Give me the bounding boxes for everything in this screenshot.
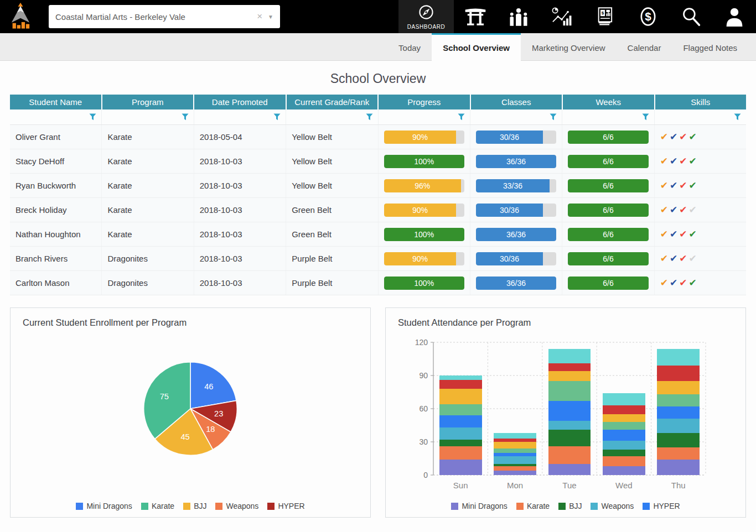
bar-segment[interactable] bbox=[548, 446, 591, 464]
bar-segment[interactable] bbox=[657, 433, 700, 447]
bar-segment[interactable] bbox=[548, 371, 591, 381]
bar-segment[interactable] bbox=[548, 430, 591, 446]
nav-school[interactable] bbox=[454, 0, 497, 33]
bar-segment[interactable] bbox=[657, 349, 700, 366]
table-row[interactable]: Carlton MasonDragonites2018-10-03Purple … bbox=[10, 271, 746, 295]
table-row[interactable]: Stacy DeHoffKarate2018-10-03Yellow Belt1… bbox=[10, 149, 746, 174]
bar-segment[interactable] bbox=[657, 394, 700, 406]
tab-today[interactable]: Today bbox=[387, 33, 432, 60]
nav-search[interactable] bbox=[670, 0, 713, 33]
bar-segment[interactable] bbox=[657, 366, 700, 381]
table-row[interactable]: Breck HolidayKarate2018-10-03Green Belt9… bbox=[10, 198, 746, 222]
tab-calendar[interactable]: Calendar bbox=[617, 33, 672, 60]
school-selector[interactable]: Coastal Martial Arts - Berkeley Vale × ▼ bbox=[49, 5, 280, 28]
nav-payments[interactable]: $ bbox=[626, 0, 670, 33]
bar-segment[interactable] bbox=[603, 414, 645, 422]
nav-reports[interactable] bbox=[540, 0, 583, 33]
bar-segment[interactable] bbox=[603, 393, 645, 405]
bar-segment[interactable] bbox=[657, 447, 700, 460]
app-logo[interactable] bbox=[0, 0, 41, 33]
bar-segment[interactable] bbox=[494, 439, 536, 442]
bar-segment[interactable] bbox=[494, 433, 536, 439]
column-header-skills[interactable]: Skills bbox=[655, 95, 747, 109]
bar-segment[interactable] bbox=[494, 466, 536, 471]
legend-item[interactable]: Weapons bbox=[215, 502, 258, 510]
column-header-program[interactable]: Program bbox=[102, 95, 194, 109]
bar-segment[interactable] bbox=[439, 460, 482, 475]
legend-item[interactable]: BJJ bbox=[558, 502, 582, 510]
nav-dashboard[interactable]: DASHBOARD bbox=[398, 0, 454, 33]
bar-segment[interactable] bbox=[548, 401, 591, 421]
legend-item[interactable]: HYPER bbox=[267, 502, 304, 510]
bar-segment[interactable] bbox=[603, 450, 645, 456]
clear-icon[interactable]: × bbox=[253, 11, 266, 22]
column-header-classes[interactable]: Classes bbox=[471, 95, 562, 109]
bar-segment[interactable] bbox=[439, 375, 482, 380]
legend-item[interactable]: HYPER bbox=[643, 502, 680, 510]
bar-segment[interactable] bbox=[548, 363, 591, 371]
filter-button[interactable] bbox=[642, 113, 649, 121]
legend-item[interactable]: BJJ bbox=[183, 502, 206, 510]
bar-segment[interactable] bbox=[494, 442, 536, 448]
cell-program: Karate bbox=[102, 125, 194, 149]
column-header-current-grade-rank[interactable]: Current Grade/Rank bbox=[287, 95, 378, 109]
nav-members[interactable] bbox=[497, 0, 540, 33]
bar-segment[interactable] bbox=[603, 405, 645, 414]
table-row[interactable]: Ryan BuckworthKarate2018-10-03Yellow Bel… bbox=[10, 174, 746, 198]
skill-check-icon: ✔ bbox=[660, 180, 668, 191]
bar-segment[interactable] bbox=[657, 460, 700, 475]
bar-segment[interactable] bbox=[494, 448, 536, 453]
column-header-date-promoted[interactable]: Date Promoted bbox=[194, 95, 286, 109]
bar-segment[interactable] bbox=[439, 440, 482, 446]
bar-segment[interactable] bbox=[494, 453, 536, 456]
bar-segment[interactable] bbox=[439, 415, 482, 427]
bar-segment[interactable] bbox=[603, 430, 645, 441]
bar-segment[interactable] bbox=[494, 456, 536, 464]
tab-marketing-overview[interactable]: Marketing Overview bbox=[521, 33, 617, 60]
table-row[interactable]: Branch RiversDragonites2018-10-03Purple … bbox=[10, 247, 746, 271]
tab-flagged-notes[interactable]: Flagged Notes bbox=[672, 33, 748, 60]
bar-segment[interactable] bbox=[548, 464, 591, 475]
bar-segment[interactable] bbox=[603, 456, 645, 466]
table-row[interactable]: Oliver GrantKarate2018-05-04Yellow Belt9… bbox=[10, 125, 746, 149]
nav-billing[interactable]: $ bbox=[583, 0, 626, 33]
column-header-weeks[interactable]: Weeks bbox=[563, 95, 654, 109]
bar-segment[interactable] bbox=[548, 381, 591, 401]
filter-button[interactable] bbox=[182, 113, 189, 121]
bar-segment[interactable] bbox=[494, 471, 536, 475]
bar-segment[interactable] bbox=[439, 446, 482, 460]
bar-segment[interactable] bbox=[657, 381, 700, 394]
bar-segment[interactable] bbox=[603, 422, 645, 430]
legend-item[interactable]: Mini Dragons bbox=[451, 502, 507, 510]
bar-segment[interactable] bbox=[603, 466, 645, 475]
bar-segment[interactable] bbox=[439, 404, 482, 415]
table-row[interactable]: Nathan HoughtonKarate2018-10-03Green Bel… bbox=[10, 222, 746, 247]
bar-segment[interactable] bbox=[603, 441, 645, 450]
column-header-student-name[interactable]: Student Name bbox=[10, 95, 101, 109]
filter-button[interactable] bbox=[550, 113, 557, 121]
tab-school-overview[interactable]: School Overview bbox=[432, 33, 521, 61]
legend-item[interactable]: Karate bbox=[141, 502, 174, 510]
chevron-down-icon[interactable]: ▼ bbox=[266, 14, 273, 20]
nav-profile[interactable] bbox=[713, 0, 756, 33]
bar-segment[interactable] bbox=[494, 464, 536, 466]
legend-label: Weapons bbox=[601, 502, 634, 510]
bar-segment[interactable] bbox=[439, 380, 482, 389]
bar-segment[interactable] bbox=[548, 349, 591, 363]
filter-button[interactable] bbox=[273, 113, 281, 121]
filter-button[interactable] bbox=[734, 113, 741, 121]
bar-fill: 6/6 bbox=[568, 277, 648, 290]
legend-item[interactable]: Weapons bbox=[591, 502, 634, 510]
bar-segment[interactable] bbox=[439, 389, 482, 404]
filter-button[interactable] bbox=[366, 113, 373, 121]
filter-button[interactable] bbox=[89, 113, 96, 121]
legend-item[interactable]: Karate bbox=[516, 502, 550, 510]
column-header-progress[interactable]: Progress bbox=[379, 95, 470, 109]
legend-item[interactable]: Mini Dragons bbox=[76, 502, 132, 510]
filter-button[interactable] bbox=[458, 113, 465, 121]
bar-segment[interactable] bbox=[657, 406, 700, 419]
bar-segment[interactable] bbox=[439, 427, 482, 440]
bar-segment[interactable] bbox=[548, 421, 591, 430]
bar-fill: 30/36 bbox=[476, 204, 543, 217]
bar-segment[interactable] bbox=[657, 419, 700, 433]
